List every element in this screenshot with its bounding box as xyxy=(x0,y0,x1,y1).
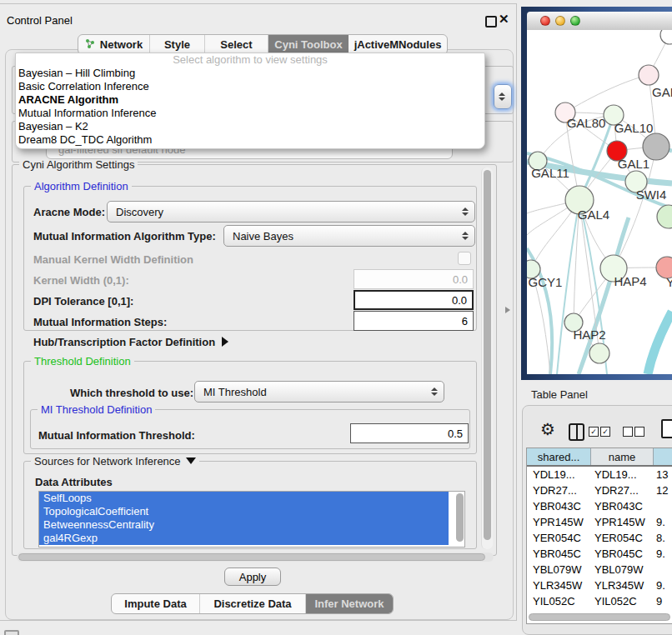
scrollbar-thumb[interactable] xyxy=(484,170,491,540)
network-icon xyxy=(85,38,96,52)
table-row[interactable]: YLR345WYLR345W9. xyxy=(527,578,672,593)
minimize-traffic-light-icon[interactable] xyxy=(555,16,565,26)
apply-button[interactable]: Apply xyxy=(224,568,281,586)
network-node[interactable] xyxy=(643,133,669,160)
data-attribute-item[interactable]: TopologicalCoefficient xyxy=(39,505,449,518)
algorithm-option[interactable]: Bayesian – K2 xyxy=(16,120,484,133)
kernel-width-field xyxy=(354,269,474,289)
table-row[interactable]: YER054CYER054C8. xyxy=(527,530,672,546)
network-node[interactable] xyxy=(660,30,672,44)
tab-style[interactable]: Style xyxy=(150,35,205,54)
table-cell: 12 xyxy=(654,484,672,497)
network-node-label: Y xyxy=(666,275,672,289)
data-attributes-listbox[interactable]: SelfLoopsTopologicalCoefficientBetweenne… xyxy=(38,491,465,548)
document-icon[interactable] xyxy=(661,419,672,438)
table-cell: YER054C xyxy=(527,532,591,544)
hub-section-header[interactable]: Hub/Transcription Factor Definition xyxy=(33,336,228,348)
table-cell: YPR145W xyxy=(591,516,654,528)
minimized-panel-icon[interactable] xyxy=(4,630,19,635)
table-row[interactable]: YDR27...YDR27...12 xyxy=(527,482,672,498)
mi-algorithm-type-combo[interactable]: Naive Bayes xyxy=(223,225,475,247)
table-header-row: shared... name xyxy=(527,448,672,467)
network-canvas[interactable]: GALGAL80GAL10GAL1GAL11SWI4GAL4GCY1HAP4YH… xyxy=(527,30,672,374)
which-threshold-value: MI Threshold xyxy=(203,386,267,398)
tab-jactivemnodules[interactable]: jActiveMNodules xyxy=(349,35,447,54)
sources-group-title[interactable]: Sources for Network Inference xyxy=(31,455,199,468)
data-attribute-item[interactable]: BetweennessCentrality xyxy=(39,518,449,532)
float-window-icon[interactable] xyxy=(485,16,497,28)
network-node-label: HAP2 xyxy=(573,328,605,342)
checked-column-icon[interactable]: ✓ xyxy=(600,427,610,437)
tab-impute-data[interactable]: Impute Data xyxy=(112,594,200,613)
data-attribute-item[interactable]: SelfLoops xyxy=(39,492,449,505)
panel-title: Control Panel xyxy=(7,14,73,27)
split-column-icon[interactable] xyxy=(569,423,584,441)
column-header-name[interactable]: name xyxy=(591,448,654,465)
algorithm-option[interactable]: Basic Correlation Inference xyxy=(16,80,484,93)
table-row[interactable]: YDL19...YDL19...13 xyxy=(527,467,672,482)
network-node[interactable] xyxy=(589,343,609,363)
data-attribute-item[interactable]: gal4RGexp xyxy=(39,532,449,545)
mi-threshold-field[interactable] xyxy=(350,423,469,443)
table-cell: YBL079W xyxy=(527,563,591,576)
tab-infer-network[interactable]: Infer Network xyxy=(306,594,393,613)
which-threshold-combo[interactable]: MI Threshold xyxy=(194,381,444,402)
table-cell: YDL19... xyxy=(527,468,591,481)
network-edge xyxy=(648,312,672,374)
expand-down-icon xyxy=(186,458,196,464)
table-row[interactable]: YBR045CYBR045C9. xyxy=(527,546,672,562)
algorithm-option[interactable]: Dream8 DC_TDC Algorithm xyxy=(16,133,484,147)
table-body: YDL19...YDL19...13YDR27...YDR27...12YBR0… xyxy=(527,467,672,609)
table-cell: YER054C xyxy=(591,532,654,544)
tab-network[interactable]: Network xyxy=(78,35,150,54)
tab-cyni-toolbox[interactable]: Cyni Toolbox xyxy=(268,35,349,54)
aracne-mode-combo[interactable]: Discovery xyxy=(107,201,475,222)
algorithm-dropdown: Select algorithm to view settings Bayesi… xyxy=(15,52,485,149)
list-scrollbar-thumb[interactable] xyxy=(456,493,464,542)
algorithm-option[interactable]: Mutual Information Inference xyxy=(16,107,484,120)
bottom-tabbar: Impute Data Discretize Data Infer Networ… xyxy=(111,593,394,614)
settings-horizontal-scrollbar[interactable] xyxy=(17,552,494,562)
panel-divider-arrow[interactable] xyxy=(505,307,510,313)
table-row[interactable]: YBR043CYBR043C xyxy=(527,498,672,514)
gear-icon[interactable]: ⚙ xyxy=(540,419,555,439)
network-node[interactable] xyxy=(657,205,672,228)
tab-select[interactable]: Select xyxy=(205,35,268,54)
column-header-partial[interactable] xyxy=(654,448,672,465)
table-cell: 9. xyxy=(654,516,672,528)
control-panel-window: Control Panel ✕ Network Style Select Cyn… xyxy=(0,3,517,621)
scrollbar-thumb[interactable] xyxy=(18,553,485,561)
tab-discretize-data[interactable]: Discretize Data xyxy=(200,594,306,613)
table-cell: YBL079W xyxy=(591,563,654,576)
network-node[interactable] xyxy=(639,65,659,85)
collapse-right-icon xyxy=(222,337,228,347)
close-traffic-light-icon[interactable] xyxy=(540,16,550,26)
network-node-label: HAP4 xyxy=(614,274,646,288)
settings-vertical-scrollbar[interactable] xyxy=(481,168,493,549)
table-row[interactable]: YBL079WYBL079W xyxy=(527,562,672,578)
checked-column-icon[interactable]: ✓ xyxy=(589,427,599,437)
stepper-arrows-icon xyxy=(431,388,438,396)
algorithm-combo-button[interactable] xyxy=(494,84,512,109)
algorithm-option[interactable]: ARACNE Algorithm xyxy=(16,93,484,107)
table-row[interactable]: YIL052CYIL052C9 xyxy=(527,593,672,609)
manual-kernel-width-checkbox[interactable] xyxy=(458,252,471,265)
table-row[interactable]: YPR145WYPR145W9. xyxy=(527,514,672,530)
table-cell: YBR043C xyxy=(591,500,654,512)
table-cell: YBR045C xyxy=(527,548,591,560)
zoom-traffic-light-icon[interactable] xyxy=(570,16,580,26)
algorithm-list: Bayesian – Hill ClimbingBasic Correlatio… xyxy=(16,67,484,147)
unchecked-column-icon[interactable] xyxy=(623,427,633,437)
algorithm-option[interactable]: Bayesian – Hill Climbing xyxy=(16,67,484,80)
close-icon[interactable]: ✕ xyxy=(499,12,509,27)
network-window-titlebar[interactable] xyxy=(527,12,672,31)
unchecked-column-icon[interactable] xyxy=(634,427,644,437)
table-cell: 8. xyxy=(654,532,672,544)
column-header-shared-name[interactable]: shared... xyxy=(527,448,591,465)
network-node-label: GAL1 xyxy=(618,157,649,171)
dpi-tolerance-field[interactable] xyxy=(354,290,474,310)
table-horizontal-scrollbar[interactable] xyxy=(529,613,670,621)
table-cell: 9 xyxy=(654,595,672,608)
mi-steps-field[interactable] xyxy=(354,311,474,331)
algorithm-dropdown-placeholder: Select algorithm to view settings xyxy=(16,53,484,67)
